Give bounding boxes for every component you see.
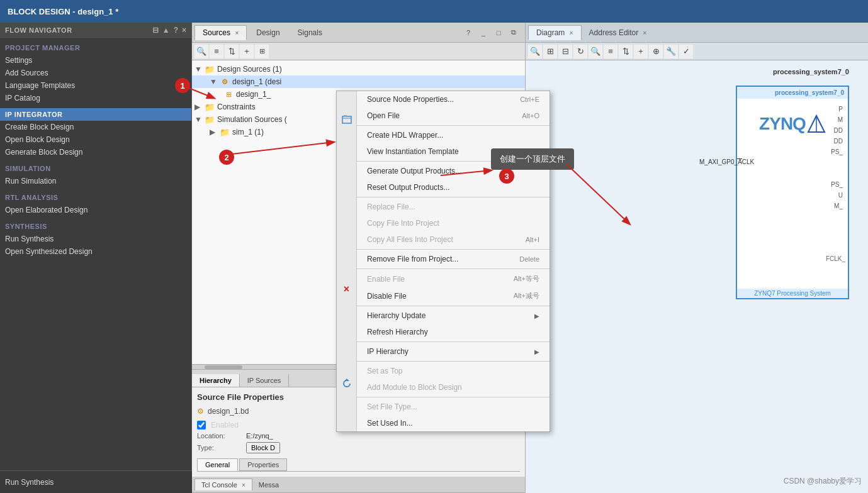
tcl-console-tab-close[interactable]: × [242, 482, 245, 489]
sidebar-header: FLOW NAVIGATOR ⊟ ▲ ? × [0, 23, 191, 38]
bd-icon: ⚙ [220, 77, 230, 87]
scroll-thumb[interactable] [205, 365, 242, 369]
diagram-check-btn[interactable]: ✓ [679, 45, 693, 58]
tab-signals[interactable]: Signals [290, 25, 330, 40]
sidebar-item-open-synthesized-design[interactable]: Open Synthesized Design [0, 245, 191, 258]
port-ps2: PS_ [828, 180, 845, 189]
sidebar-close-icon[interactable]: × [182, 26, 186, 35]
diagram-search2-btn[interactable]: 🔍 [589, 45, 602, 58]
tree-expand-design1[interactable]: ▼ [210, 77, 217, 86]
tab-address-editor[interactable]: Address Editor × [582, 26, 655, 40]
sidebar-item-ip-catalog[interactable]: IP Catalog [0, 92, 191, 104]
sidebar-section-simulation: SIMULATION [0, 162, 191, 175]
tab-float-icon[interactable]: ⧉ [507, 26, 520, 39]
tree-design-sources[interactable]: ▼ 📁 Design Sources (1) [192, 63, 525, 75]
sources-tab-close[interactable]: × [235, 30, 239, 36]
enabled-checkbox[interactable] [197, 421, 206, 429]
sidebar-pin-icon[interactable]: ⊟ [152, 26, 159, 35]
tab-minimize-icon[interactable]: _ [477, 26, 490, 39]
constraints-folder-icon: 📁 [205, 102, 215, 112]
menu-refresh-hierarchy[interactable]: Refresh Hierarchy [357, 324, 550, 340]
tab-tcl-console[interactable]: Tcl Console × [194, 479, 252, 490]
sidebar-section-project-manager: PROJECT MANAGER [0, 42, 191, 54]
sort-alpha-button[interactable]: ≡ [210, 45, 223, 58]
port-m-axi: M_AXI_GP0_ACLK [699, 158, 754, 165]
search-button[interactable]: 🔍 [194, 45, 208, 58]
menu-enable-file: Enable File Alt+等号 [357, 270, 550, 287]
sidebar-item-create-block-design[interactable]: Create Block Design [0, 121, 191, 133]
menu-hierarchy-update[interactable]: Hierarchy Update ▶ [357, 307, 550, 324]
tab-sources[interactable]: Sources × [194, 25, 247, 40]
right-panel: Diagram × Address Editor × 🔍 ⊞ ⊟ ↻ 🔍 [526, 23, 868, 493]
separator-8 [357, 361, 550, 362]
diagram-refresh-btn[interactable]: ↻ [573, 45, 587, 58]
sidebar-section-rtl-analysis: RTL ANALYSIS [0, 191, 191, 204]
port-ps-r: PS_ [828, 148, 845, 156]
tab-maximize-icon[interactable]: □ [492, 26, 505, 39]
separator-1 [357, 125, 550, 126]
diagram-wrench-btn[interactable]: 🔧 [664, 45, 678, 58]
address-editor-tab-close[interactable]: × [643, 30, 647, 36]
tooltip-bubble: 创建一个顶层文件 [491, 148, 574, 170]
tab-ip-sources[interactable]: IP Sources [240, 374, 290, 387]
diagram-search-btn[interactable]: 🔍 [528, 45, 542, 58]
tree-expand-sim1[interactable]: ▶ [210, 128, 217, 136]
sidebar-header-icons: ⊟ ▲ ? × [152, 26, 186, 35]
prop-tab-general[interactable]: General [197, 458, 238, 471]
sources-tab-bar: Sources × Design Signals ? _ □ ⧉ [192, 23, 525, 43]
diagram-sort-btn[interactable]: ≡ [604, 45, 617, 58]
menu-set-used-in[interactable]: Set Used In... [357, 415, 550, 431]
menu-open-file[interactable]: Open File Alt+O [357, 108, 550, 124]
prop-type-row: Type: Block D [197, 442, 520, 453]
sidebar-help-icon[interactable]: ? [174, 26, 178, 35]
expand-button[interactable]: ⊞ [255, 45, 269, 58]
tree-expand-design-sources[interactable]: ▼ [194, 65, 202, 74]
sort-hier-button[interactable]: ⇅ [225, 45, 239, 58]
diagram-zoom-in-btn[interactable]: ⊕ [649, 45, 663, 58]
diagram-zoom-fit-btn[interactable]: ⊟ [558, 45, 572, 58]
prop-tab-properties[interactable]: Properties [239, 458, 287, 471]
add-button[interactable]: + [240, 45, 254, 58]
sidebar-item-run-simulation[interactable]: Run Simulation [0, 175, 191, 187]
menu-disable-file[interactable]: Disable File Alt+减号 [357, 287, 550, 304]
csdn-watermark: CSDN @shabby爱学习 [784, 476, 862, 487]
menu-ip-hierarchy[interactable]: IP Hierarchy ▶ [357, 343, 550, 360]
sidebar-item-open-block-design[interactable]: Open Block Design [0, 133, 191, 146]
menu-remove-file[interactable]: Remove File from Project... Delete [357, 251, 550, 267]
remove-file-icon: × [337, 280, 356, 299]
diagram-add-btn[interactable]: + [634, 45, 648, 58]
menu-create-hdl-wrapper[interactable]: Create HDL Wrapper... [357, 127, 550, 143]
diagram-hier-btn[interactable]: ⇅ [619, 45, 633, 58]
menu-source-node-properties[interactable]: Source Node Properties... Ctrl+E [357, 91, 550, 108]
tab-hierarchy[interactable]: Hierarchy [192, 374, 240, 387]
tab-diagram[interactable]: Diagram × [528, 25, 582, 40]
tab-help-icon[interactable]: ? [462, 26, 475, 39]
separator-3 [357, 197, 550, 197]
sidebar-item-add-sources[interactable]: Add Sources [0, 67, 191, 79]
sidebar-item-settings[interactable]: Settings [0, 54, 191, 67]
menu-replace-file: Replace File... [357, 199, 550, 215]
diagram-tab-close[interactable]: × [570, 30, 573, 36]
tab-messages[interactable]: Messa [252, 479, 285, 490]
open-file-icon [337, 110, 356, 129]
diagram-fit-btn[interactable]: ⊞ [543, 45, 557, 58]
sources-tab-icons: ? _ □ ⧉ [459, 26, 522, 39]
top-bar-title: BLOCK DESIGN - design_1 * [8, 7, 118, 16]
sidebar-item-run-synthesis[interactable]: Run Synthesis [0, 233, 191, 245]
svg-marker-4 [344, 379, 349, 381]
sidebar-item-open-elaborated-design[interactable]: Open Elaborated Design [0, 204, 191, 216]
tree-expand-constraints[interactable]: ▶ [194, 102, 202, 111]
type-value-button[interactable]: Block D [246, 442, 280, 453]
run-synthesis-label: Run Synthesis [5, 478, 54, 487]
tree-design1[interactable]: ▼ ⚙ design_1 (desi [192, 75, 525, 88]
tab-design[interactable]: Design [248, 25, 288, 40]
sidebar-up-icon[interactable]: ▲ [162, 26, 170, 35]
tree-expand-sim-sources[interactable]: ▼ [194, 115, 202, 124]
zynq-footer: ZYNQ7 Processing System [737, 289, 848, 298]
sidebar-item-language-templates[interactable]: Language Templates [0, 79, 191, 92]
sidebar-item-generate-block-design[interactable]: Generate Block Design [0, 146, 191, 158]
menu-copy-all-files: Copy All Files Into Project Alt+I [357, 231, 550, 248]
menu-reset-output-products[interactable]: Reset Output Products... [357, 179, 550, 196]
separator-5 [357, 269, 550, 269]
bottom-status-bar: Run Synthesis [0, 470, 192, 493]
